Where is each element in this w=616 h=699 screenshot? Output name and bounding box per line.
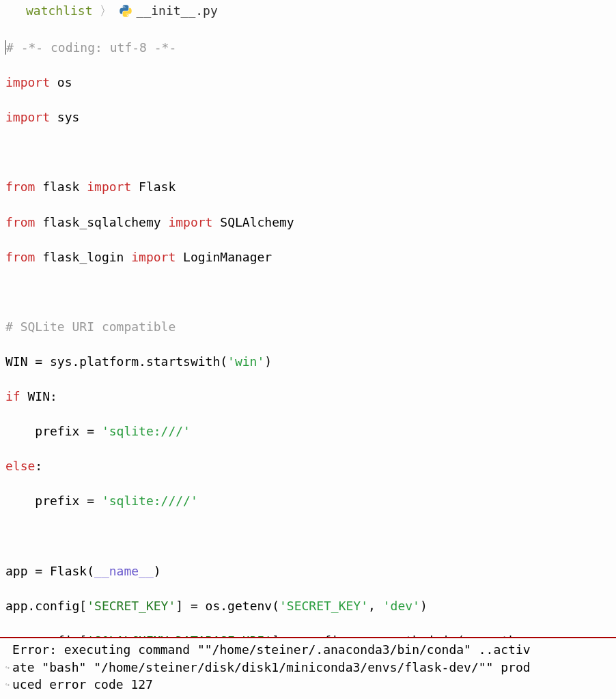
wrap-glyph [5,641,12,659]
class-name: SQLAlchemy [212,215,294,229]
breadcrumb: watchlist 〉 __init__.py [0,0,616,22]
string-literal: 'sqlite:///' [102,424,191,438]
keyword-import: import [5,110,50,124]
code-text: app = Flask( [5,564,94,578]
string-literal: 'SECRET_KEY' [279,599,368,613]
code-text: ) [154,564,161,578]
keyword-import: import [168,215,212,229]
python-file-icon [119,4,132,18]
chevron-right-icon: 〉 [100,2,112,20]
code-text: app.config[ [5,599,87,613]
module-name: sys [50,110,79,124]
dunder-name: __name__ [94,564,154,578]
keyword-else: else [5,459,35,473]
module-name: flask_sqlalchemy [35,215,168,229]
string-literal: 'SECRET_KEY' [87,599,176,613]
keyword-import: import [5,75,50,89]
module-name: flask_login [35,250,131,264]
error-message: uced error code 127 [12,676,611,694]
module-name: os [50,75,72,89]
code-text: ) [420,599,428,613]
breadcrumb-file[interactable]: __init__.py [137,2,218,20]
code-text: ] = os.getenv( [176,599,279,613]
string-literal: 'win' [227,354,264,369]
keyword-from: from [5,180,35,194]
code-editor[interactable]: # -*- coding: utf-8 -*- import os import… [0,22,616,638]
code-text: prefix = [5,494,102,508]
keyword-import: import [131,250,176,264]
wrap-continuation-icon: ↪ [5,659,12,676]
keyword-import: import [87,180,131,194]
breadcrumb-folder[interactable]: watchlist [26,2,93,20]
keyword-from: from [5,215,35,229]
error-message: ate "bash" "/home/steiner/disk/disk1/min… [12,659,611,676]
code-text: WIN = sys.platform.startswith( [5,354,227,369]
class-name: LoginManager [176,250,272,264]
error-message: Error: executing command ""/home/steiner… [12,641,611,659]
wrap-continuation-icon: ↪ [5,676,12,694]
error-panel[interactable]: Error: executing command ""/home/steiner… [0,637,616,699]
keyword-from: from [5,250,35,264]
code-comment: # -*- coding: utf-8 -*- [6,40,176,55]
string-literal: 'sqlite:////' [102,494,198,508]
string-literal: 'dev' [383,599,420,613]
module-name: flask [35,180,87,194]
code-text: , [368,599,383,613]
code-text: prefix = [5,424,102,438]
code-comment: # SQLite URI compatible [5,319,176,334]
code-text: WIN: [20,389,57,403]
code-text: ) [264,354,272,369]
class-name: Flask [131,180,176,194]
code-text: : [35,459,42,473]
keyword-if: if [5,389,20,403]
